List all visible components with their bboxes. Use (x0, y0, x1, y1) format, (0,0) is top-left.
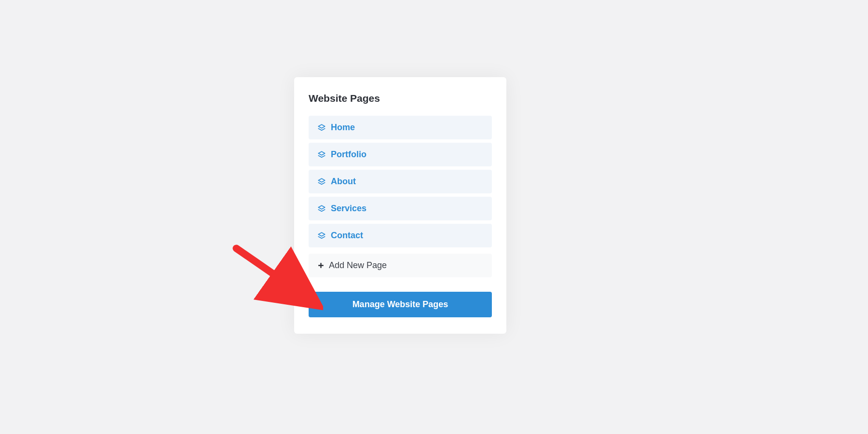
layers-icon (317, 231, 326, 240)
panel-title: Website Pages (309, 93, 492, 104)
svg-marker-0 (318, 124, 325, 128)
page-item-services[interactable]: Services (309, 197, 492, 220)
add-new-page-button[interactable]: Add New Page (309, 254, 492, 277)
svg-marker-2 (318, 178, 325, 182)
plus-icon (317, 262, 324, 269)
svg-marker-4 (318, 232, 325, 236)
layers-icon (317, 150, 326, 159)
manage-website-pages-button[interactable]: Manage Website Pages (309, 292, 492, 317)
page-item-portfolio[interactable]: Portfolio (309, 143, 492, 166)
layers-icon (317, 177, 326, 186)
page-item-label: Portfolio (331, 149, 366, 160)
page-item-home[interactable]: Home (309, 116, 492, 139)
website-pages-panel: Website Pages Home Portfolio (294, 77, 506, 334)
page-item-label: Services (331, 203, 366, 214)
page-list: Home Portfolio About (309, 116, 492, 277)
page-item-label: Home (331, 122, 355, 133)
page-item-contact[interactable]: Contact (309, 224, 492, 247)
layers-icon (317, 123, 326, 132)
page-item-label: About (331, 176, 356, 187)
add-new-page-label: Add New Page (329, 260, 387, 271)
layers-icon (317, 204, 326, 213)
page-item-about[interactable]: About (309, 170, 492, 193)
page-item-label: Contact (331, 231, 363, 241)
svg-marker-3 (318, 205, 325, 209)
svg-marker-1 (318, 151, 325, 155)
